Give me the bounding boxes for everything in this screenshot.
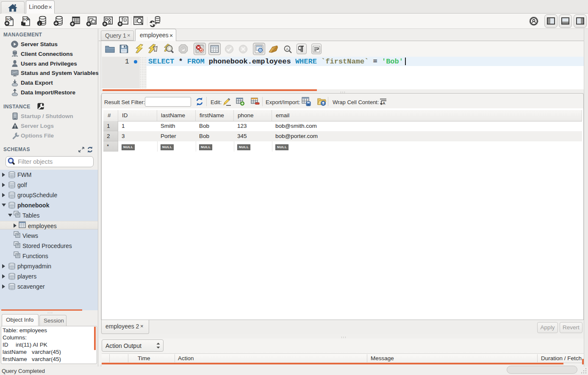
svg-text:SQL: SQL [6,17,13,21]
svg-text:SQL: SQL [23,17,30,21]
svg-text:A: A [286,47,288,51]
svg-text:A: A [383,101,386,105]
